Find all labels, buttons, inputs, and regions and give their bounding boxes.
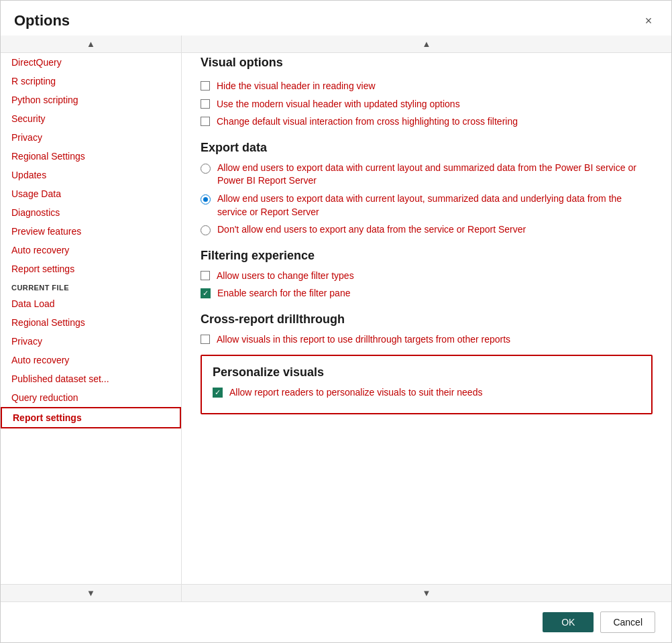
cross-report-list: Allow visuals in this report to use dril…	[201, 333, 653, 347]
option-row-enable-search-filter: ✓Enable search for the filter pane	[201, 287, 653, 300]
main-scroll-up-button[interactable]: ▲	[182, 36, 671, 53]
option-label-export-none: Don't allow end users to export any data…	[217, 223, 526, 237]
option-label-allow-personalize: Allow report readers to personalize visu…	[229, 386, 482, 400]
option-row-export-layout-underlying: Allow end users to export data with curr…	[201, 192, 653, 219]
cancel-button[interactable]: Cancel	[600, 611, 655, 633]
sidebar-item-usage-data[interactable]: Usage Data	[1, 184, 181, 203]
chevron-down-icon: ▼	[87, 588, 95, 598]
option-row-allow-drillthrough: Allow visuals in this report to use dril…	[201, 333, 653, 347]
sidebar-item-preview-features[interactable]: Preview features	[1, 222, 181, 241]
ok-button[interactable]: OK	[543, 612, 594, 632]
visual-options-header: Visual options	[201, 53, 653, 75]
personalize-visuals-list: ✓Allow report readers to personalize vis…	[213, 386, 640, 400]
dialog-body: ▲ DirectQueryR scriptingPython scripting…	[1, 36, 671, 601]
option-label-change-default-visual: Change default visual interaction from c…	[217, 115, 518, 129]
sidebar-item-report-settings-cf[interactable]: Report settings	[1, 407, 181, 428]
export-data-header: Export data	[201, 141, 653, 155]
visual-options-list: Hide the visual header in reading viewUs…	[201, 80, 653, 129]
sidebar-item-updates[interactable]: Updates	[1, 166, 181, 184]
title-bar: Options ×	[1, 1, 671, 36]
radio-export-layout-underlying[interactable]	[201, 194, 211, 204]
sidebar-item-diagnostics[interactable]: Diagnostics	[1, 203, 181, 222]
sidebar-item-regional-settings-cf[interactable]: Regional Settings	[1, 313, 181, 332]
sidebar-item-auto-recovery[interactable]: Auto recovery	[1, 241, 181, 259]
sidebar-scroll-down-button[interactable]: ▼	[1, 584, 181, 601]
sidebar-item-auto-recovery-cf[interactable]: Auto recovery	[1, 351, 181, 369]
option-label-export-layout-summarized: Allow end users to export data with curr…	[217, 162, 653, 188]
sidebar-current-file-section: Data LoadRegional SettingsPrivacyAuto re…	[1, 294, 181, 428]
sidebar-inner: DirectQueryR scriptingPython scriptingSe…	[1, 53, 181, 584]
options-dialog: Options × ▲ DirectQueryR scriptingPython…	[0, 0, 672, 643]
cross-report-header: Cross-report drillthrough	[201, 312, 653, 327]
checkbox-hide-visual-header[interactable]	[201, 81, 210, 91]
option-row-modern-visual-header: Use the modern visual header with update…	[201, 98, 653, 111]
personalize-visuals-header: Personalize visuals	[213, 365, 640, 379]
checkbox-allow-personalize[interactable]: ✓	[213, 388, 223, 398]
sidebar-item-data-load[interactable]: Data Load	[1, 294, 181, 313]
radio-export-none[interactable]	[201, 225, 211, 235]
main-wrapper: ▲ Visual options Hide the visual header …	[182, 36, 671, 601]
main-content: Visual options Hide the visual header in…	[182, 53, 671, 584]
chevron-down-icon-main: ▼	[423, 588, 431, 598]
sidebar: ▲ DirectQueryR scriptingPython scripting…	[1, 36, 182, 601]
radio-export-layout-summarized[interactable]	[201, 164, 211, 174]
sidebar-item-r-scripting[interactable]: R scripting	[1, 72, 181, 91]
option-row-hide-visual-header: Hide the visual header in reading view	[201, 80, 653, 93]
sidebar-item-published-dataset[interactable]: Published dataset set...	[1, 369, 181, 388]
option-row-export-none: Don't allow end users to export any data…	[201, 223, 653, 237]
sidebar-item-privacy-cf[interactable]: Privacy	[1, 332, 181, 351]
filtering-experience-header: Filtering experience	[201, 249, 653, 263]
sidebar-item-python-scripting[interactable]: Python scripting	[1, 91, 181, 109]
checkbox-allow-drillthrough[interactable]	[201, 335, 210, 344]
option-label-allow-drillthrough: Allow visuals in this report to use dril…	[217, 333, 510, 347]
sidebar-item-security[interactable]: Security	[1, 109, 181, 128]
option-row-allow-personalize: ✓Allow report readers to personalize vis…	[213, 386, 640, 400]
dialog-title: Options	[14, 12, 70, 30]
option-label-hide-visual-header: Hide the visual header in reading view	[217, 80, 376, 93]
personalize-visuals-box: Personalize visuals ✓Allow report reader…	[201, 355, 653, 415]
sidebar-item-query-reduction[interactable]: Query reduction	[1, 388, 181, 407]
option-label-modern-visual-header: Use the modern visual header with update…	[217, 98, 460, 111]
checkbox-enable-search-filter[interactable]: ✓	[201, 288, 211, 298]
checkbox-allow-change-filter[interactable]	[201, 271, 210, 280]
chevron-up-icon: ▲	[87, 39, 95, 49]
option-row-allow-change-filter: Allow users to change filter types	[201, 270, 653, 283]
sidebar-item-privacy[interactable]: Privacy	[1, 128, 181, 147]
dialog-footer: OK Cancel	[1, 601, 671, 642]
sidebar-global-section: DirectQueryR scriptingPython scriptingSe…	[1, 53, 181, 278]
sidebar-item-regional-settings[interactable]: Regional Settings	[1, 147, 181, 166]
option-label-allow-change-filter: Allow users to change filter types	[217, 270, 354, 283]
option-row-change-default-visual: Change default visual interaction from c…	[201, 115, 653, 129]
filtering-list: Allow users to change filter types✓Enabl…	[201, 270, 653, 300]
sidebar-item-report-settings[interactable]: Report settings	[1, 259, 181, 278]
option-label-export-layout-underlying: Allow end users to export data with curr…	[217, 192, 653, 219]
sidebar-scroll-up-button[interactable]: ▲	[1, 36, 181, 53]
sidebar-current-file-label: CURRENT FILE	[1, 278, 181, 294]
checkbox-change-default-visual[interactable]	[201, 117, 210, 126]
export-data-list: Allow end users to export data with curr…	[201, 162, 653, 237]
chevron-up-icon-main: ▲	[423, 39, 431, 49]
sidebar-item-directquery[interactable]: DirectQuery	[1, 53, 181, 72]
main-scroll-down-button[interactable]: ▼	[182, 584, 671, 601]
option-row-export-layout-summarized: Allow end users to export data with curr…	[201, 162, 653, 188]
checkbox-modern-visual-header[interactable]	[201, 99, 210, 109]
close-button[interactable]: ×	[639, 11, 658, 30]
option-label-enable-search-filter: Enable search for the filter pane	[217, 287, 350, 300]
